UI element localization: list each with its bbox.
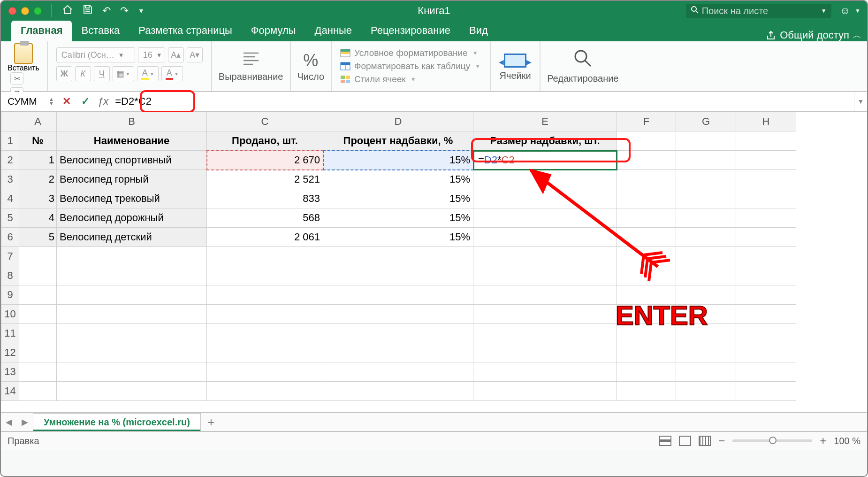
cancel-formula-button[interactable]: ✕ [57,95,76,108]
cell-E2-active[interactable]: =D2*C2 [473,151,617,170]
cell-D4[interactable]: 15% [323,189,473,208]
name-box[interactable]: СУММ ▲▼ [1,92,57,111]
row-header-12[interactable]: 12 [1,343,19,362]
cell-A3[interactable]: 2 [19,170,57,189]
borders-button[interactable]: ▦▼ [113,66,134,81]
row-header-6[interactable]: 6 [1,228,19,247]
row-header-3[interactable]: 3 [1,170,19,189]
number-group[interactable]: % Число [291,41,332,91]
cell-B3[interactable]: Велосипед горный [57,170,207,189]
cell-D3[interactable]: 15% [323,170,473,189]
zoom-slider[interactable] [732,439,812,442]
expand-formula-bar-icon[interactable]: ▼ [854,92,867,111]
increase-font-icon[interactable]: A▴ [168,47,184,62]
home-icon[interactable] [57,4,78,17]
cell-D2[interactable]: 15% [323,151,473,170]
row-header-14[interactable]: 14 [1,382,19,401]
redo-icon[interactable]: ↷ [115,5,133,17]
row-header-8[interactable]: 8 [1,266,19,285]
cell-H3[interactable] [736,170,796,189]
col-header-G[interactable]: G [676,112,736,131]
cell-F3[interactable] [617,170,676,189]
col-header-A[interactable]: A [19,112,57,131]
row-header-1[interactable]: 1 [1,131,19,151]
name-box-stepper[interactable]: ▲▼ [49,97,54,106]
view-page-layout-icon[interactable] [679,436,691,446]
cell-H6[interactable] [736,228,796,247]
cell-G5[interactable] [676,208,736,228]
cell-C3[interactable]: 2 521 [207,170,323,189]
search-input[interactable] [702,6,818,16]
cell-G3[interactable] [676,170,736,189]
zoom-out-button[interactable]: − [718,434,725,447]
alignment-group[interactable]: Выравнивание [212,41,291,91]
tab-page-layout[interactable]: Разметка страницы [129,21,242,41]
cell-A5[interactable]: 4 [19,208,57,228]
col-header-F[interactable]: F [617,112,676,131]
col-header-H[interactable]: H [736,112,796,131]
cell-C2[interactable]: 2 670 [207,151,323,170]
cell-C5[interactable]: 568 [207,208,323,228]
cell-G2[interactable] [676,151,736,170]
cell-F4[interactable] [617,189,676,208]
paste-icon[interactable] [14,43,33,64]
bold-button[interactable]: Ж [56,66,72,81]
font-name-select[interactable]: Calibri (Осн…▼ [56,47,135,62]
save-icon[interactable] [78,4,98,17]
cell-B4[interactable]: Велосипед трековый [57,189,207,208]
cell-F1[interactable] [617,131,676,151]
tab-review[interactable]: Рецензирование [361,21,460,41]
cell-styles-button[interactable]: Стили ячеек▼ [340,74,416,85]
feedback-icon[interactable]: ☺ [840,5,850,17]
view-page-break-icon[interactable] [699,436,711,446]
cell-H1[interactable] [736,131,796,151]
tab-view[interactable]: Вид [460,21,497,41]
cell-B2[interactable]: Велосипед спортивный [57,151,207,170]
cell-F2[interactable] [617,151,676,170]
cell-D1[interactable]: Процент надбавки, % [323,131,473,151]
decrease-font-icon[interactable]: A▾ [187,47,203,62]
cell-B6[interactable]: Велосипед детский [57,228,207,247]
cell-C1[interactable]: Продано, шт. [207,131,323,151]
italic-button[interactable]: К [75,66,91,81]
fx-label[interactable]: ƒx [95,95,111,108]
qat-customize-icon[interactable]: ▼ [133,7,149,15]
font-color-button[interactable]: A▼ [161,66,183,81]
cell-E3[interactable] [473,170,617,189]
search-dropdown-icon[interactable]: ▼ [821,8,827,14]
zoom-level[interactable]: 100 % [834,436,860,446]
row-header-4[interactable]: 4 [1,189,19,208]
cell-B5[interactable]: Велосипед дорожный [57,208,207,228]
minimize-window-button[interactable] [21,7,29,15]
spreadsheet-grid[interactable]: A B C D E F G H 1 № Наименование Продано… [1,112,867,412]
format-as-table-button[interactable]: Форматировать как таблицу▼ [340,61,480,71]
maximize-window-button[interactable] [34,7,42,15]
col-header-B[interactable]: B [57,112,207,131]
view-normal-icon[interactable] [659,436,671,446]
editing-group[interactable]: Редактирование [541,41,625,91]
conditional-formatting-button[interactable]: Условное форматирование▼ [340,48,478,58]
col-header-C[interactable]: C [207,112,323,131]
cell-A1[interactable]: № [19,131,57,151]
cell-A2[interactable]: 1 [19,151,57,170]
cell-G6[interactable] [676,228,736,247]
cell-G1[interactable] [676,131,736,151]
sheet-tab-active[interactable]: Умножение на % (microexcel.ru) [33,413,201,431]
cell-E6[interactable] [473,228,617,247]
col-header-D[interactable]: D [323,112,473,131]
enter-formula-button[interactable]: ✓ [76,95,95,108]
sheet-nav-next[interactable]: ▶ [17,417,33,427]
add-sheet-button[interactable]: + [201,415,221,430]
cell-C4[interactable]: 833 [207,189,323,208]
cell-E4[interactable] [473,189,617,208]
font-size-select[interactable]: 16▼ [138,47,165,62]
cell-B1[interactable]: Наименование [57,131,207,151]
fill-color-button[interactable]: A▼ [137,66,159,81]
cell-G4[interactable] [676,189,736,208]
cell-A4[interactable]: 3 [19,189,57,208]
undo-icon[interactable]: ↶ [98,5,115,17]
cell-C6[interactable]: 2 061 [207,228,323,247]
row-header-2[interactable]: 2 [1,151,19,170]
row-header-5[interactable]: 5 [1,208,19,228]
tab-data[interactable]: Данные [305,21,361,41]
